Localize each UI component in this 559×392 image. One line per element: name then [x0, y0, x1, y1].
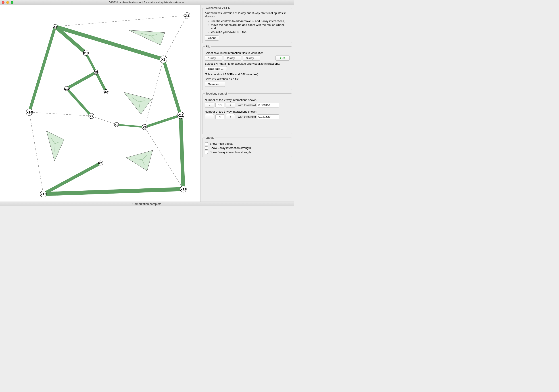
two-way-button[interactable]: 2-way ... — [224, 55, 241, 61]
window-title: ViSEN: a visualization tool for statisti… — [0, 1, 294, 4]
file-info: (File contains 15 SNPs and 658 samples) — [205, 73, 289, 76]
node-label: X3 — [185, 14, 189, 18]
edge-2way — [29, 27, 55, 112]
node-label: X7 — [89, 114, 93, 118]
edge-2way — [86, 53, 96, 72]
labels-panel: Labels Show main effects Show 2-way inte… — [202, 136, 292, 157]
topology-panel: Topology control Number of top 2-way int… — [202, 92, 292, 134]
edge-dashed — [163, 15, 187, 59]
node-label: X1 — [99, 161, 103, 165]
triangle-3way — [126, 150, 153, 171]
two-way-threshold-input[interactable] — [257, 103, 279, 107]
three-way-button[interactable]: 3-way ... — [243, 55, 260, 61]
welcome-legend: Welcome to ViSEN — [205, 6, 231, 9]
status-bar: Computation complete — [0, 202, 294, 206]
window-titlebar: ViSEN: a visualization tool for statisti… — [0, 0, 294, 5]
show-3way-strength-label: Show 3-way interaction strength — [210, 151, 251, 154]
labels-legend: Labels — [205, 136, 215, 139]
file-legend: File — [205, 45, 211, 48]
welcome-bullet: visualize your own SNP file. — [211, 30, 289, 34]
topology-3way-label: Number of top 3-way interactions shown: — [205, 110, 289, 113]
show-3way-strength-checkbox[interactable] — [205, 151, 208, 154]
svg-line-5 — [55, 144, 55, 152]
edge-2way — [117, 125, 145, 127]
show-2way-strength-checkbox[interactable] — [205, 146, 208, 150]
three-way-threshold-input[interactable] — [257, 114, 279, 119]
edge-2way — [181, 115, 183, 189]
node-label: X8 — [143, 125, 147, 129]
edge-dashed — [145, 59, 163, 127]
network-canvas[interactable]: X1X2X3X4X5X6X7X8X9X10X11X12X13X14X15 — [0, 5, 200, 202]
welcome-intro: A network visualization of 2-way and 3-w… — [205, 11, 289, 18]
edge-2way — [163, 59, 181, 115]
one-way-button[interactable]: 1-way ... — [205, 55, 222, 61]
node-label: X14 — [26, 110, 32, 114]
triangle-3way — [124, 92, 152, 114]
edge-2way — [96, 72, 106, 92]
three-way-decrement-button[interactable]: - — [205, 114, 214, 119]
show-2way-strength-label: Show 2-way interaction strength — [210, 146, 251, 150]
sidebar: Welcome to ViSEN A network visualization… — [200, 5, 294, 202]
go-button[interactable]: Go! — [275, 55, 289, 61]
edge-2way — [67, 72, 96, 89]
node-label: X12 — [180, 187, 186, 191]
node-label: X15 — [40, 192, 47, 196]
topology-legend: Topology control — [205, 92, 228, 95]
about-button[interactable]: About — [205, 36, 219, 41]
edge-dashed — [55, 15, 187, 27]
node-label: X6 — [161, 58, 165, 61]
edge-2way — [67, 89, 91, 116]
show-main-effects-label: Show main effects — [210, 142, 233, 145]
node-label: X2 — [104, 90, 108, 94]
two-way-count-input[interactable] — [215, 103, 224, 107]
edge-2way — [43, 163, 101, 194]
file-save-label: Save visualization as a file: — [205, 77, 289, 81]
two-way-threshold-label: , with threshold — [236, 103, 256, 107]
two-way-decrement-button[interactable]: - — [205, 103, 214, 108]
edge-2way — [145, 115, 181, 127]
node-label: X13 — [83, 51, 89, 55]
welcome-bullet: use the controls to add/remove 2- and 3-… — [211, 19, 289, 23]
welcome-panel: Welcome to ViSEN A network visualization… — [202, 6, 292, 43]
two-way-increment-button[interactable]: + — [226, 103, 235, 108]
node-label: X5 — [94, 71, 98, 74]
triangle-3way — [47, 131, 64, 161]
three-way-count-input[interactable] — [215, 114, 224, 119]
node-label: X4 — [53, 25, 57, 28]
three-way-threshold-label: , with threshold — [236, 115, 256, 118]
status-text: Computation complete — [132, 202, 161, 205]
triangle-3way — [129, 30, 165, 45]
node-label: X10 — [64, 87, 70, 90]
edge-dashed — [29, 112, 43, 194]
edge-dashed — [91, 116, 117, 125]
node-label: X9 — [114, 123, 119, 127]
show-main-effects-checkbox[interactable] — [205, 142, 208, 145]
welcome-bullet: move the nodes around and zoom with the … — [211, 23, 289, 30]
topology-2way-label: Number of top 2-way interactions shown: — [205, 98, 289, 102]
edge-2way — [43, 189, 183, 194]
edge-dashed — [29, 112, 91, 116]
file-select-snp-label: Select SNP data file to calculate and vi… — [205, 62, 289, 65]
raw-data-button[interactable]: Raw data ... — [205, 66, 227, 71]
save-as-button[interactable]: Save as ... — [205, 82, 225, 87]
file-panel: File Select calculated interaction files… — [202, 45, 292, 90]
node-label: X11 — [178, 114, 184, 117]
file-select-interaction-label: Select calculated interaction files to v… — [205, 51, 289, 55]
three-way-increment-button[interactable]: + — [226, 114, 235, 119]
